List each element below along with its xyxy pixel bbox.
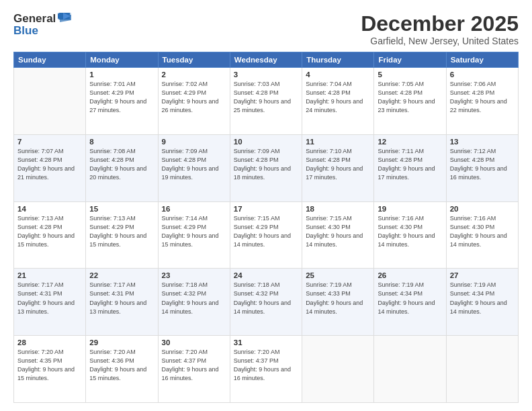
day-info: Sunrise: 7:19 AMSunset: 4:34 PMDaylight:… bbox=[378, 281, 435, 314]
day-info: Sunrise: 7:13 AMSunset: 4:28 PMDaylight:… bbox=[17, 215, 75, 248]
day-number: 26 bbox=[378, 271, 442, 279]
day-number: 28 bbox=[17, 338, 82, 347]
calendar-cell: 22 Sunrise: 7:17 AMSunset: 4:31 PMDaylig… bbox=[86, 269, 158, 336]
day-info: Sunrise: 7:18 AMSunset: 4:32 PMDaylight:… bbox=[234, 281, 291, 314]
calendar-cell: 17 Sunrise: 7:15 AMSunset: 4:29 PMDaylig… bbox=[230, 201, 302, 269]
day-info: Sunrise: 7:15 AMSunset: 4:29 PMDaylight:… bbox=[234, 215, 291, 248]
main-title: December 2025 bbox=[361, 12, 519, 36]
day-info: Sunrise: 7:20 AMSunset: 4:37 PMDaylight:… bbox=[162, 349, 219, 381]
day-info: Sunrise: 7:19 AMSunset: 4:34 PMDaylight:… bbox=[450, 281, 507, 314]
day-info: Sunrise: 7:16 AMSunset: 4:30 PMDaylight:… bbox=[378, 215, 435, 248]
calendar-cell: 20 Sunrise: 7:16 AMSunset: 4:30 PMDaylig… bbox=[446, 201, 518, 269]
day-number: 27 bbox=[450, 271, 515, 279]
calendar-cell bbox=[14, 68, 86, 135]
day-header: Thursday bbox=[302, 52, 374, 68]
day-number: 20 bbox=[450, 205, 515, 213]
calendar-cell: 29 Sunrise: 7:20 AMSunset: 4:36 PMDaylig… bbox=[86, 336, 158, 403]
day-info: Sunrise: 7:16 AMSunset: 4:30 PMDaylight:… bbox=[450, 215, 507, 248]
calendar-cell: 4 Sunrise: 7:04 AMSunset: 4:28 PMDayligh… bbox=[302, 68, 374, 135]
calendar-cell bbox=[374, 336, 446, 403]
subtitle: Garfield, New Jersey, United States bbox=[361, 36, 519, 46]
day-number: 25 bbox=[306, 271, 370, 279]
logo-general-text: General bbox=[13, 12, 56, 26]
day-number: 15 bbox=[89, 205, 154, 213]
calendar-cell: 23 Sunrise: 7:18 AMSunset: 4:32 PMDaylig… bbox=[158, 269, 230, 336]
day-info: Sunrise: 7:20 AMSunset: 4:37 PMDaylight:… bbox=[234, 349, 291, 381]
day-number: 18 bbox=[306, 205, 370, 213]
day-info: Sunrise: 7:02 AMSunset: 4:29 PMDaylight:… bbox=[162, 81, 219, 113]
calendar-cell: 26 Sunrise: 7:19 AMSunset: 4:34 PMDaylig… bbox=[374, 269, 446, 336]
day-number: 4 bbox=[306, 71, 370, 79]
calendar-cell bbox=[446, 336, 518, 403]
day-number: 23 bbox=[162, 271, 226, 279]
calendar-cell: 7 Sunrise: 7:07 AMSunset: 4:28 PMDayligh… bbox=[14, 134, 86, 201]
day-info: Sunrise: 7:13 AMSunset: 4:29 PMDaylight:… bbox=[89, 215, 146, 248]
day-info: Sunrise: 7:04 AMSunset: 4:28 PMDaylight:… bbox=[306, 81, 363, 113]
day-info: Sunrise: 7:17 AMSunset: 4:31 PMDaylight:… bbox=[17, 281, 75, 314]
calendar-cell: 30 Sunrise: 7:20 AMSunset: 4:37 PMDaylig… bbox=[158, 336, 230, 403]
day-info: Sunrise: 7:20 AMSunset: 4:35 PMDaylight:… bbox=[17, 349, 75, 381]
day-number: 17 bbox=[234, 205, 298, 213]
day-number: 22 bbox=[89, 271, 154, 279]
day-info: Sunrise: 7:09 AMSunset: 4:28 PMDaylight:… bbox=[234, 148, 291, 181]
day-info: Sunrise: 7:15 AMSunset: 4:30 PMDaylight:… bbox=[306, 215, 363, 248]
calendar-cell: 14 Sunrise: 7:13 AMSunset: 4:28 PMDaylig… bbox=[14, 201, 86, 269]
calendar-cell: 25 Sunrise: 7:19 AMSunset: 4:33 PMDaylig… bbox=[302, 269, 374, 336]
day-info: Sunrise: 7:17 AMSunset: 4:31 PMDaylight:… bbox=[89, 281, 146, 314]
day-info: Sunrise: 7:01 AMSunset: 4:29 PMDaylight:… bbox=[89, 81, 146, 113]
day-header: Saturday bbox=[446, 52, 518, 68]
calendar-cell: 27 Sunrise: 7:19 AMSunset: 4:34 PMDaylig… bbox=[446, 269, 518, 336]
title-block: December 2025 Garfield, New Jersey, Unit… bbox=[361, 12, 519, 46]
day-number: 8 bbox=[89, 138, 154, 146]
calendar-cell: 3 Sunrise: 7:03 AMSunset: 4:28 PMDayligh… bbox=[230, 68, 302, 135]
calendar-cell: 18 Sunrise: 7:15 AMSunset: 4:30 PMDaylig… bbox=[302, 201, 374, 269]
day-number: 10 bbox=[234, 138, 298, 146]
day-number: 5 bbox=[378, 71, 442, 79]
page: General Blue December 2025 Garfield, New… bbox=[0, 0, 532, 411]
day-header: Sunday bbox=[14, 52, 86, 68]
day-number: 30 bbox=[162, 338, 226, 347]
day-number: 13 bbox=[450, 138, 515, 146]
day-info: Sunrise: 7:14 AMSunset: 4:29 PMDaylight:… bbox=[162, 215, 219, 248]
day-number: 6 bbox=[450, 71, 515, 79]
calendar-cell: 21 Sunrise: 7:17 AMSunset: 4:31 PMDaylig… bbox=[14, 269, 86, 336]
day-info: Sunrise: 7:20 AMSunset: 4:36 PMDaylight:… bbox=[89, 349, 146, 381]
day-info: Sunrise: 7:18 AMSunset: 4:32 PMDaylight:… bbox=[162, 281, 219, 314]
calendar-cell: 28 Sunrise: 7:20 AMSunset: 4:35 PMDaylig… bbox=[14, 336, 86, 403]
day-number: 2 bbox=[162, 71, 226, 79]
day-number: 9 bbox=[162, 138, 226, 146]
day-number: 12 bbox=[378, 138, 442, 146]
calendar-cell: 24 Sunrise: 7:18 AMSunset: 4:32 PMDaylig… bbox=[230, 269, 302, 336]
calendar-cell: 2 Sunrise: 7:02 AMSunset: 4:29 PMDayligh… bbox=[158, 68, 230, 135]
calendar-cell: 9 Sunrise: 7:09 AMSunset: 4:28 PMDayligh… bbox=[158, 134, 230, 201]
calendar-cell: 15 Sunrise: 7:13 AMSunset: 4:29 PMDaylig… bbox=[86, 201, 158, 269]
calendar-cell: 1 Sunrise: 7:01 AMSunset: 4:29 PMDayligh… bbox=[86, 68, 158, 135]
day-info: Sunrise: 7:03 AMSunset: 4:28 PMDaylight:… bbox=[234, 81, 291, 113]
day-number: 21 bbox=[17, 271, 82, 279]
day-info: Sunrise: 7:05 AMSunset: 4:28 PMDaylight:… bbox=[378, 81, 435, 113]
day-header: Wednesday bbox=[230, 52, 302, 68]
day-number: 16 bbox=[162, 205, 226, 213]
day-info: Sunrise: 7:11 AMSunset: 4:28 PMDaylight:… bbox=[378, 148, 435, 181]
calendar-table: SundayMondayTuesdayWednesdayThursdayFrid… bbox=[13, 52, 519, 403]
day-header: Tuesday bbox=[158, 52, 230, 68]
day-header: Friday bbox=[374, 52, 446, 68]
day-info: Sunrise: 7:12 AMSunset: 4:28 PMDaylight:… bbox=[450, 148, 507, 181]
day-number: 11 bbox=[306, 138, 370, 146]
logo-blue-text: Blue bbox=[13, 24, 38, 38]
day-number: 7 bbox=[17, 138, 82, 146]
header: General Blue December 2025 Garfield, New… bbox=[13, 12, 519, 46]
logo: General Blue bbox=[13, 12, 71, 38]
logo-flag-icon bbox=[58, 13, 71, 24]
day-info: Sunrise: 7:06 AMSunset: 4:28 PMDaylight:… bbox=[450, 81, 507, 113]
day-info: Sunrise: 7:09 AMSunset: 4:28 PMDaylight:… bbox=[162, 148, 219, 181]
day-info: Sunrise: 7:19 AMSunset: 4:33 PMDaylight:… bbox=[306, 281, 363, 314]
day-header: Monday bbox=[86, 52, 158, 68]
day-number: 19 bbox=[378, 205, 442, 213]
day-number: 29 bbox=[89, 338, 154, 347]
calendar-cell: 5 Sunrise: 7:05 AMSunset: 4:28 PMDayligh… bbox=[374, 68, 446, 135]
day-number: 3 bbox=[234, 71, 298, 79]
day-number: 24 bbox=[234, 271, 298, 279]
calendar-cell: 11 Sunrise: 7:10 AMSunset: 4:28 PMDaylig… bbox=[302, 134, 374, 201]
day-number: 14 bbox=[17, 205, 82, 213]
